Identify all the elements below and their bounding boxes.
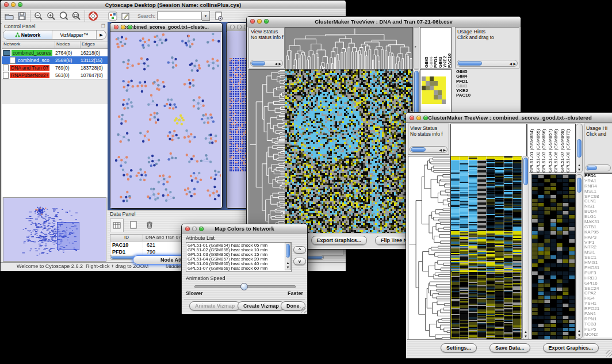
close-button[interactable]	[250, 19, 255, 24]
tv2-column-label[interactable]: GPL51-04 (GSM857)	[548, 125, 554, 173]
dialog-titlebar[interactable]: Map Colors to Network	[182, 224, 307, 233]
network-tree-row[interactable]: RNAPuberNov2+563(0)107847(0)	[2, 71, 108, 79]
gene-label[interactable]: HRD3	[584, 276, 612, 281]
tv2-status-hscrollbar[interactable]: ◀▶	[410, 146, 447, 153]
new-attribute-icon[interactable]	[127, 219, 140, 231]
tv2-action-button[interactable]: Settings...	[441, 343, 477, 352]
minimize-button[interactable]	[192, 227, 197, 231]
attribute-list-scrollbar[interactable]: ▲▼	[285, 243, 291, 270]
zoom-fit-icon[interactable]	[70, 10, 83, 22]
gene-label[interactable]: ELG1	[584, 214, 612, 220]
vizmapper-icon[interactable]	[106, 10, 119, 22]
gene-label[interactable]: RNR4	[584, 184, 612, 189]
treeview2-titlebar[interactable]: ClusterMaker TreeView : combined_scores_…	[406, 113, 612, 123]
animate-vizmap-button[interactable]: Animate Vizmap	[189, 301, 240, 311]
search-dropdown-button[interactable]: ▾	[202, 11, 210, 21]
tv2-selection-rect[interactable]	[452, 271, 521, 338]
gene-label[interactable]: MON2	[584, 332, 612, 338]
tv1-column-label[interactable]: PAC10	[447, 29, 451, 68]
search-input[interactable]	[157, 12, 202, 20]
gene-label[interactable]: PHO81	[584, 266, 612, 271]
close-button[interactable]	[410, 116, 414, 120]
zoom-out-icon[interactable]	[32, 10, 45, 22]
gene-label[interactable]: RPO21	[584, 306, 612, 312]
attribute-list-item[interactable]: GPL51-02 (GSM855) heat shock 10 min	[188, 248, 284, 252]
gene-label[interactable]: MAK31	[584, 220, 612, 225]
tv1-column-label[interactable]: YKE2	[442, 29, 446, 68]
close-button[interactable]	[185, 227, 190, 231]
network-tree-row[interactable]: combined_sco2569(6)13112(15)	[2, 56, 108, 64]
minimize-button[interactable]	[257, 19, 262, 24]
tv2-column-label[interactable]: GPL51-07 (GSM868)	[560, 125, 566, 173]
tv2-action-button[interactable]: Export Graphics...	[543, 343, 599, 352]
gene-label[interactable]: YSH1	[584, 301, 612, 306]
open-file-icon[interactable]	[3, 10, 16, 22]
create-vizmap-button[interactable]: Create Vizmap	[238, 301, 285, 311]
resize-grip[interactable]	[300, 307, 307, 313]
gene-label[interactable]: KAP95	[584, 230, 612, 235]
tv2-heatmap-vscrollbar[interactable]: ▲▼	[522, 156, 529, 340]
tv2-column-label[interactable]: GPL51-03 (GSM856)	[541, 125, 548, 173]
tv2-action-button[interactable]: Save Data...	[489, 343, 530, 352]
tv2-zoom-vscrollbar[interactable]: ▲▼	[576, 174, 583, 339]
gene-label[interactable]: PFD1	[584, 174, 612, 179]
attribute-list-item[interactable]: GPL51-03 (GSM856) heat shock 15 min	[188, 252, 284, 257]
zoom-button[interactable]	[423, 116, 428, 120]
gene-label[interactable]: PAN1	[584, 312, 612, 317]
tv2-row-dendrogram[interactable]	[408, 156, 450, 341]
tab-vizmapper[interactable]: VizMapper™	[52, 30, 97, 39]
zoom-button[interactable]	[199, 227, 204, 231]
gene-label[interactable]: SEC24	[584, 286, 612, 292]
attribute-list-item[interactable]: GPL51-06 (GSM865) heat shock 40 min	[188, 262, 284, 266]
minimize-button[interactable]	[121, 25, 125, 29]
gene-label[interactable]: SPC98	[584, 194, 612, 200]
gene-label[interactable]: CLN1	[584, 199, 612, 204]
minimize-button[interactable]	[11, 2, 16, 7]
gene-label[interactable]: GTB1	[584, 225, 612, 230]
delete-attribute-icon[interactable]	[143, 219, 156, 231]
tv2-column-label[interactable]: GPL51-08 (GSM872)	[565, 125, 572, 173]
help-lifering-icon[interactable]	[87, 10, 100, 22]
tv2-column-label[interactable]: GPL51-06 (GSM865)	[553, 125, 560, 173]
resize-grip[interactable]	[606, 350, 612, 357]
network-file-icon[interactable]	[212, 10, 225, 22]
gene-label[interactable]: YRA1	[584, 179, 612, 184]
gene-label[interactable]: MSI1	[584, 250, 612, 255]
overview-viewport-rect[interactable]	[57, 222, 79, 250]
zoom-button[interactable]	[264, 19, 269, 24]
treeview1-titlebar[interactable]: ClusterMaker TreeView : DNA and Tran 07-…	[247, 17, 521, 26]
tv1-heatmap[interactable]	[285, 69, 413, 235]
annotation-icon[interactable]	[119, 10, 132, 22]
tv2-column-label[interactable]: GPL51-01 (GSM854)	[529, 125, 536, 173]
gene-label[interactable]: SEC1	[584, 255, 612, 260]
tv1-status-hscrollbar[interactable]: ◀▶	[250, 60, 283, 67]
tv1-hints-hscrollbar[interactable]: ◀▶	[457, 60, 518, 67]
close-button[interactable]	[114, 25, 118, 29]
zoom-button[interactable]	[128, 25, 132, 29]
move-down-button[interactable]: v	[293, 258, 306, 265]
tv2-column-label[interactable]: GPL51-02 (GSM855)	[536, 125, 542, 173]
gene-label[interactable]: VIP1	[584, 240, 612, 246]
tv1-row-dendrogram[interactable]	[248, 69, 286, 235]
overview-canvas[interactable]	[3, 198, 106, 260]
attribute-list-item[interactable]: GPL51-04 (GSM857) heat shock 20 min	[188, 257, 284, 262]
network-tree-row[interactable]: combined_scores2764(0)16218(0)	[2, 49, 108, 56]
network-tree-row[interactable]: DNA and Tran 07769(0)183728(0)	[2, 64, 108, 71]
gene-label[interactable]: FIG4	[584, 296, 612, 301]
gene-label[interactable]: GPI16	[584, 281, 612, 286]
tv1-column-label[interactable]: GIM4	[429, 29, 433, 68]
gene-label[interactable]: MSL1	[584, 189, 612, 194]
network-view-canvas[interactable]	[110, 32, 221, 208]
tv2-zoom-heatmap[interactable]	[531, 174, 576, 340]
tv1-column-label[interactable]: PFD1	[433, 29, 437, 68]
network-window-titlebar[interactable]: combined_scores_good.txt--cluste...	[110, 23, 222, 32]
attribute-list-item[interactable]: GPL51-07 (GSM868) heat shock 60 min	[188, 266, 284, 271]
attribute-select-icon[interactable]	[110, 219, 124, 232]
tv1-column-label[interactable]: GIM5	[424, 29, 428, 68]
network-overview[interactable]	[3, 197, 106, 262]
gene-label[interactable]: HMG1	[584, 260, 612, 266]
gene-label[interactable]: CPA2	[584, 291, 612, 296]
gene-label[interactable]: NIS1	[584, 204, 612, 209]
attribute-list-item[interactable]: GPL51-01 (GSM854) heat shock 05 min	[188, 243, 284, 248]
gene-label[interactable]: RPN1	[584, 317, 612, 322]
